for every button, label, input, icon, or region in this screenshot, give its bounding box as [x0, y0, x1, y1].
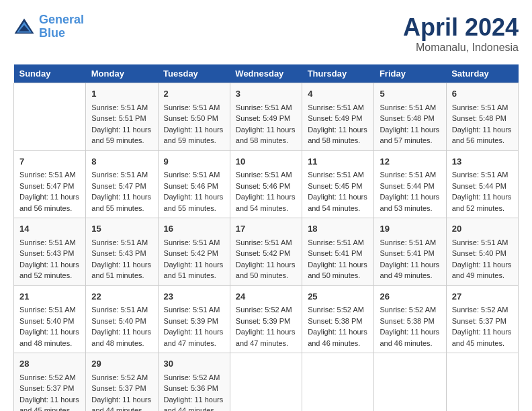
calendar-cell: 2Sunrise: 5:51 AMSunset: 5:50 PMDaylight… [158, 83, 230, 151]
day-info: Sunrise: 5:52 AM [19, 372, 80, 383]
day-info: and 59 minutes. [164, 135, 224, 146]
day-info: Sunrise: 5:52 AM [308, 304, 368, 316]
calendar-week-row: 1Sunrise: 5:51 AMSunset: 5:51 PMDaylight… [14, 83, 519, 151]
day-info: Sunset: 5:39 PM [164, 316, 224, 327]
day-info: and 46 minutes. [380, 338, 440, 349]
day-number: 22 [91, 290, 152, 304]
day-number: 21 [19, 290, 80, 304]
calendar-cell: 27Sunrise: 5:52 AMSunset: 5:37 PMDayligh… [446, 285, 518, 353]
day-number: 14 [19, 222, 80, 236]
calendar-header-saturday: Saturday [446, 64, 518, 83]
calendar-cell: 3Sunrise: 5:51 AMSunset: 5:49 PMDaylight… [230, 83, 302, 151]
day-info: Daylight: 11 hours [452, 326, 513, 338]
day-info: Daylight: 11 hours [19, 191, 80, 203]
day-info: Sunset: 5:37 PM [19, 383, 80, 394]
day-info: and 47 minutes. [164, 338, 224, 349]
calendar-week-row: 7Sunrise: 5:51 AMSunset: 5:47 PMDaylight… [14, 150, 519, 218]
day-number: 9 [164, 155, 224, 169]
day-info: Sunrise: 5:51 AM [452, 102, 513, 113]
day-info: and 54 minutes. [308, 203, 368, 214]
day-number: 23 [164, 290, 224, 304]
day-info: Sunset: 5:38 PM [380, 316, 440, 327]
day-info: Daylight: 11 hours [164, 326, 224, 338]
logo-text: General Blue [39, 13, 84, 40]
calendar-cell: 24Sunrise: 5:52 AMSunset: 5:39 PMDayligh… [230, 285, 302, 353]
day-info: Sunrise: 5:51 AM [308, 169, 368, 181]
day-number: 3 [236, 87, 296, 101]
day-info: and 46 minutes. [308, 338, 368, 349]
day-number: 20 [452, 222, 513, 236]
day-number: 4 [308, 87, 368, 101]
day-info: Sunrise: 5:51 AM [452, 169, 513, 181]
day-info: Sunrise: 5:52 AM [236, 304, 296, 316]
calendar-cell: 6Sunrise: 5:51 AMSunset: 5:48 PMDaylight… [446, 83, 518, 151]
calendar-cell: 13Sunrise: 5:51 AMSunset: 5:44 PMDayligh… [446, 150, 518, 218]
day-info: and 56 minutes. [452, 135, 513, 146]
calendar-header-friday: Friday [374, 64, 446, 83]
day-info: Daylight: 11 hours [452, 259, 513, 271]
title-block: April 2024 Momanalu, Indonesia [403, 13, 519, 54]
day-info: Sunrise: 5:51 AM [380, 102, 440, 113]
day-info: Sunrise: 5:51 AM [91, 169, 152, 181]
day-number: 29 [91, 357, 152, 371]
day-info: Daylight: 11 hours [19, 259, 80, 271]
calendar-header-thursday: Thursday [302, 64, 374, 83]
day-info: Daylight: 11 hours [308, 259, 368, 271]
day-number: 12 [380, 155, 440, 169]
logo: General Blue [13, 13, 84, 40]
day-number: 15 [91, 222, 152, 236]
day-info: Daylight: 11 hours [380, 124, 440, 136]
day-info: Daylight: 11 hours [236, 259, 296, 271]
day-info: Sunrise: 5:51 AM [452, 237, 513, 248]
day-info: Daylight: 11 hours [164, 124, 224, 136]
calendar-cell: 17Sunrise: 5:51 AMSunset: 5:42 PMDayligh… [230, 218, 302, 286]
day-info: Daylight: 11 hours [91, 124, 152, 136]
day-number: 10 [236, 155, 296, 169]
day-number: 18 [308, 222, 368, 236]
day-info: and 48 minutes. [19, 338, 80, 349]
day-info: Daylight: 11 hours [164, 259, 224, 271]
calendar-cell: 28Sunrise: 5:52 AMSunset: 5:37 PMDayligh… [14, 353, 86, 412]
day-info: and 44 minutes. [164, 405, 224, 411]
day-info: and 53 minutes. [380, 203, 440, 214]
day-info: and 52 minutes. [19, 270, 80, 281]
day-info: Sunset: 5:50 PM [164, 113, 224, 124]
day-info: Sunrise: 5:51 AM [380, 169, 440, 181]
day-info: Sunset: 5:38 PM [308, 316, 368, 327]
calendar-cell: 21Sunrise: 5:51 AMSunset: 5:40 PMDayligh… [14, 285, 86, 353]
day-info: and 44 minutes. [91, 405, 152, 411]
day-info: Daylight: 11 hours [236, 191, 296, 203]
calendar-cell: 19Sunrise: 5:51 AMSunset: 5:41 PMDayligh… [374, 218, 446, 286]
day-info: Sunset: 5:42 PM [164, 248, 224, 259]
calendar-cell: 15Sunrise: 5:51 AMSunset: 5:43 PMDayligh… [86, 218, 158, 286]
day-info: Sunset: 5:46 PM [164, 181, 224, 192]
day-info: Sunset: 5:37 PM [91, 383, 152, 394]
day-info: and 51 minutes. [164, 270, 224, 281]
day-info: Daylight: 11 hours [91, 394, 152, 406]
day-info: Daylight: 11 hours [91, 259, 152, 271]
day-number: 25 [308, 290, 368, 304]
calendar-cell: 14Sunrise: 5:51 AMSunset: 5:43 PMDayligh… [14, 218, 86, 286]
day-info: Sunset: 5:48 PM [452, 113, 513, 124]
day-info: Sunset: 5:47 PM [19, 181, 80, 192]
calendar-cell: 23Sunrise: 5:51 AMSunset: 5:39 PMDayligh… [158, 285, 230, 353]
calendar-header-monday: Monday [86, 64, 158, 83]
day-info: Sunrise: 5:51 AM [19, 169, 80, 181]
day-info: Sunset: 5:41 PM [380, 248, 440, 259]
calendar-cell [230, 353, 302, 412]
day-info: Sunrise: 5:52 AM [380, 304, 440, 316]
day-info: Sunset: 5:40 PM [91, 316, 152, 327]
day-info: and 50 minutes. [308, 270, 368, 281]
day-info: Sunset: 5:43 PM [91, 248, 152, 259]
day-info: Daylight: 11 hours [236, 124, 296, 136]
day-info: Sunrise: 5:51 AM [91, 304, 152, 316]
day-info: Sunrise: 5:51 AM [91, 102, 152, 113]
calendar-table: SundayMondayTuesdayWednesdayThursdayFrid… [13, 64, 519, 411]
day-info: Sunrise: 5:51 AM [380, 237, 440, 248]
day-info: Sunrise: 5:51 AM [236, 237, 296, 248]
day-info: Sunset: 5:49 PM [308, 113, 368, 124]
day-info: and 49 minutes. [380, 270, 440, 281]
day-info: and 59 minutes. [91, 135, 152, 146]
day-info: and 45 minutes. [452, 338, 513, 349]
day-number: 13 [452, 155, 513, 169]
